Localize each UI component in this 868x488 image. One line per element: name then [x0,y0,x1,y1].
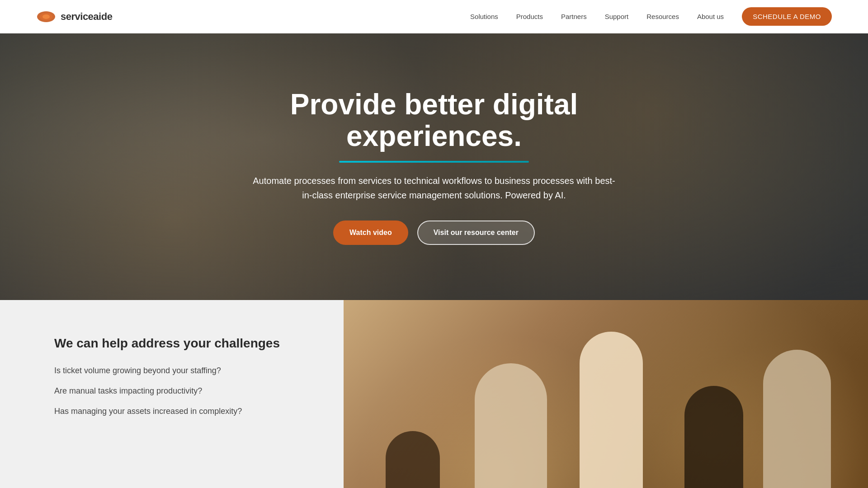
person-silhouette-2 [475,363,547,488]
hero-content: Provide better digital experiences. Auto… [231,89,637,245]
challenges-heading: We can help address your challenges [54,336,307,351]
hero-section: Provide better digital experiences. Auto… [0,33,868,300]
navbar: serviceaide Solutions Products Partners … [0,0,868,33]
team-photo [344,300,868,488]
challenge-item-3: Has managing your assets increased in co… [54,406,307,417]
logo-icon [36,9,56,24]
watch-video-button[interactable]: Watch video [333,221,408,245]
person-silhouette-3 [580,332,643,488]
person-silhouette-5 [763,350,831,488]
challenge-item-1: Is ticket volume growing beyond your sta… [54,365,307,376]
nav-partners[interactable]: Partners [561,13,587,20]
person-silhouette-4 [684,386,743,488]
team-photo-background [344,300,868,488]
nav-products[interactable]: Products [516,13,543,20]
person-silhouette-1 [386,431,440,488]
resource-center-button[interactable]: Visit our resource center [417,221,535,245]
brand-name: serviceaide [61,11,112,23]
schedule-demo-button[interactable]: SCHEDULE A DEMO [742,7,832,26]
nav-resources[interactable]: Resources [646,13,679,20]
nav-solutions[interactable]: Solutions [470,13,498,20]
logo[interactable]: serviceaide [36,9,112,24]
nav-support[interactable]: Support [605,13,629,20]
nav-about[interactable]: About us [697,13,724,20]
hero-underline-decoration [339,161,529,163]
hero-title: Provide better digital experiences. [249,89,619,152]
nav-links: Solutions Products Partners Support Reso… [470,13,832,21]
challenge-item-2: Are manual tasks impacting productivity? [54,385,307,397]
hero-buttons: Watch video Visit our resource center [249,221,619,245]
challenges-content: We can help address your challenges Is t… [0,300,344,488]
svg-point-2 [42,14,50,19]
challenges-section: We can help address your challenges Is t… [0,300,868,488]
hero-subtitle: Automate processes from services to tech… [249,174,619,202]
